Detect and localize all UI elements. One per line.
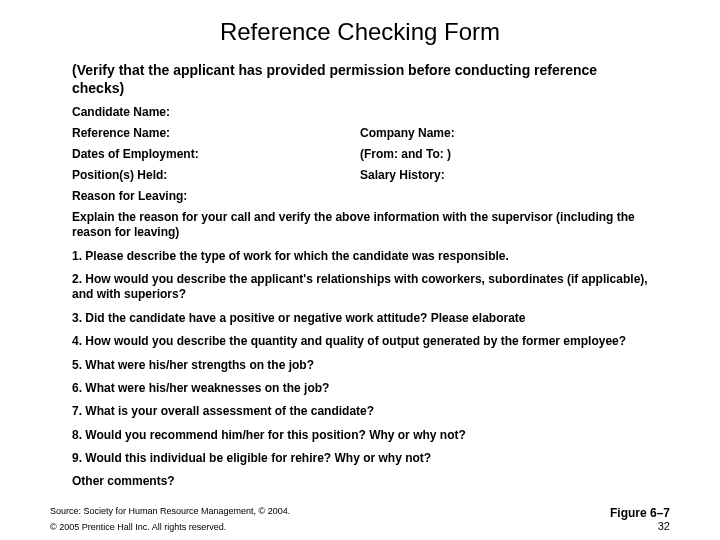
field-reason: Reason for Leaving:: [72, 189, 648, 203]
field-row: Reference Name: Company Name:: [72, 126, 648, 140]
copyright-text: © 2005 Prentice Hall Inc. All rights res…: [50, 522, 670, 532]
question-3: 3. Did the candidate have a positive or …: [72, 311, 648, 326]
fields-block: Candidate Name: Reference Name: Company …: [72, 105, 648, 203]
question-9: 9. Would this individual be eligible for…: [72, 451, 648, 466]
question-1: 1. Please describe the type of work for …: [72, 249, 648, 264]
page-number: 32: [658, 520, 670, 532]
other-comments: Other comments?: [72, 474, 648, 489]
source-text: Source: Society for Human Resource Manag…: [50, 506, 670, 516]
figure-label: Figure 6–7: [610, 506, 670, 520]
question-6: 6. What were his/her weaknesses on the j…: [72, 381, 648, 396]
field-row: Position(s) Held: Salary History:: [72, 168, 648, 182]
question-4: 4. How would you describe the quantity a…: [72, 334, 648, 349]
question-8: 8. Would you recommend him/her for this …: [72, 428, 648, 443]
instruction-text: (Verify that the applicant has provided …: [72, 62, 648, 97]
question-7: 7. What is your overall assessment of th…: [72, 404, 648, 419]
field-fromto: (From: and To: ): [360, 147, 648, 161]
question-2: 2. How would you describe the applicant'…: [72, 272, 648, 303]
page-title: Reference Checking Form: [50, 18, 670, 46]
question-5: 5. What were his/her strengths on the jo…: [72, 358, 648, 373]
field-positions: Position(s) Held:: [72, 168, 360, 182]
field-row: Dates of Employment: (From: and To: ): [72, 147, 648, 161]
lead-text: Explain the reason for your call and ver…: [72, 210, 648, 241]
field-company: Company Name:: [360, 126, 648, 140]
field-salary: Salary History:: [360, 168, 648, 182]
field-candidate: Candidate Name:: [72, 105, 648, 119]
footer: Source: Society for Human Resource Manag…: [50, 506, 670, 532]
field-dates: Dates of Employment:: [72, 147, 360, 161]
field-reference: Reference Name:: [72, 126, 360, 140]
slide: Reference Checking Form (Verify that the…: [0, 0, 720, 540]
